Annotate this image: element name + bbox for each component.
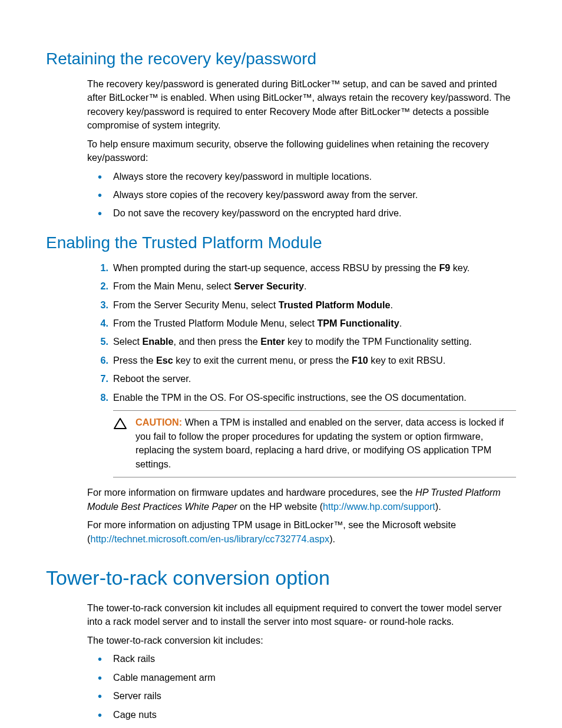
caution-callout: CAUTION: When a TPM is installed and ena… (113, 410, 516, 477)
text: For more information on firmware updates… (87, 487, 415, 498)
paragraph: To help ensure maximum security, observe… (87, 137, 516, 165)
text: ). (435, 501, 441, 512)
list-item: Cable management arm (87, 671, 516, 684)
key-enter: Enter (260, 336, 285, 347)
step-item: Select Enable, and then press the Enter … (87, 335, 516, 348)
section2-body: When prompted during the start-up sequen… (87, 261, 516, 546)
caution-label: CAUTION: (135, 417, 182, 427)
option-enable: Enable (143, 336, 174, 347)
paragraph: The tower-to-rack conversion kit include… (87, 601, 516, 629)
section3-body: The tower-to-rack conversion kit include… (87, 601, 516, 728)
list-item: Do not save the recovery key/password on… (87, 206, 516, 220)
caution-triangle-icon (113, 417, 130, 434)
heading-tower-to-rack: Tower-to-rack conversion option (46, 564, 516, 592)
step-item: When prompted during the start-up sequen… (87, 261, 516, 275)
step-text: From the Server Security Menu, select (113, 299, 279, 310)
paragraph: For more information on firmware updates… (87, 486, 516, 513)
ordered-steps: When prompted during the start-up sequen… (87, 261, 516, 405)
heading-enabling-tpm: Enabling the Trusted Platform Module (46, 231, 516, 255)
step-text: key to exit RBSU. (368, 355, 445, 365)
bullet-list: Rack rails Cable management arm Server r… (87, 652, 516, 728)
text: ). (329, 533, 335, 544)
step-item: From the Main Menu, select Server Securi… (87, 279, 516, 293)
paragraph: The recovery key/password is generated d… (87, 77, 516, 133)
step-text: Press the (113, 355, 156, 365)
list-item: Server rails (87, 689, 516, 703)
step-text: From the Trusted Platform Module Menu, s… (113, 318, 317, 328)
text: on the HP website ( (237, 501, 323, 512)
section1-body: The recovery key/password is generated d… (87, 77, 516, 220)
bullet-list: Always store the recovery key/password i… (87, 170, 516, 220)
step-text: key to exit the current menu, or press t… (173, 355, 352, 365)
step-text: . (390, 299, 393, 310)
caution-text: CAUTION: When a TPM is installed and ena… (135, 416, 516, 471)
step-text: . (399, 318, 402, 328)
step-text: . (304, 281, 307, 291)
list-item: Always store copies of the recovery key/… (87, 188, 516, 202)
document-page: Retaining the recovery key/password The … (0, 0, 562, 728)
menu-tpm: Trusted Platform Module (279, 299, 391, 310)
paragraph: The tower-to-rack conversion kit include… (87, 634, 516, 647)
list-item: Always store the recovery key/password i… (87, 170, 516, 183)
list-item: Rack rails (87, 652, 516, 666)
hp-support-link[interactable]: http://www.hp.com/support (323, 501, 435, 512)
key-f9: F9 (439, 262, 450, 273)
menu-tpm-functionality: TPM Functionality (317, 318, 399, 328)
microsoft-link[interactable]: http://technet.microsoft.com/en-us/libra… (90, 533, 329, 544)
step-item: Reboot the server. (87, 372, 516, 386)
step-item: Press the Esc key to exit the current me… (87, 354, 516, 367)
step-text: key. (450, 262, 470, 273)
paragraph: For more information on adjusting TPM us… (87, 518, 516, 546)
step-text: Select (113, 336, 143, 347)
step-item: Enable the TPM in the OS. For OS-specifi… (87, 391, 516, 404)
step-text: key to modify the TPM Functionality sett… (285, 336, 472, 347)
key-esc: Esc (156, 355, 173, 365)
step-text: When prompted during the start-up sequen… (113, 262, 439, 273)
step-text: , and then press the (174, 336, 261, 347)
heading-retaining-recovery-key: Retaining the recovery key/password (46, 47, 516, 71)
step-item: From the Server Security Menu, select Tr… (87, 298, 516, 312)
caution-body: When a TPM is installed and enabled on t… (135, 417, 504, 469)
menu-server-security: Server Security (234, 281, 304, 291)
step-item: From the Trusted Platform Module Menu, s… (87, 317, 516, 330)
step-text: From the Main Menu, select (113, 281, 234, 291)
key-f10: F10 (352, 355, 368, 365)
list-item: Cage nuts (87, 708, 516, 722)
